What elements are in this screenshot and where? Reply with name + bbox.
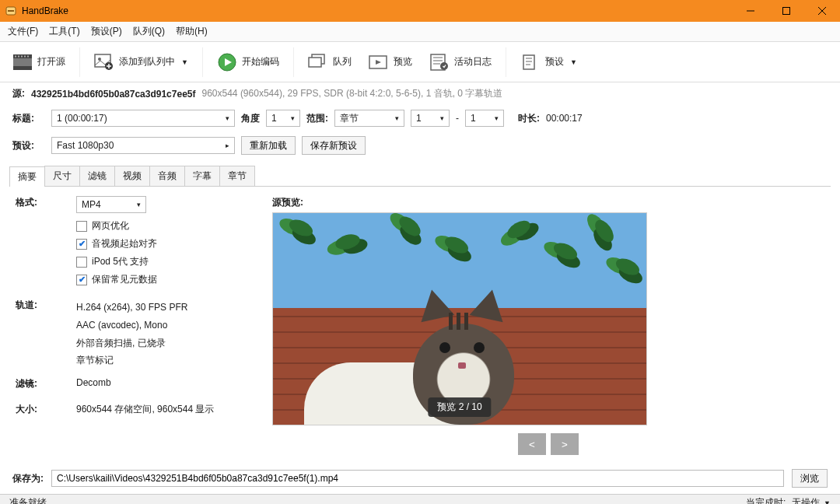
menu-file[interactable]: 文件(F) [8, 25, 38, 38]
source-info: 960x544 (960x544), 29 FPS, SDR (8-bit 4:… [202, 87, 503, 100]
menu-queue[interactable]: 队列(Q) [133, 25, 165, 38]
preview-next-button[interactable]: > [551, 433, 579, 455]
range-from-combo[interactable]: 1▾ [411, 110, 450, 127]
size-value: 960x544 存储空间, 960x544 显示 [76, 403, 214, 416]
svg-rect-8 [13, 66, 32, 70]
window-title: HandBrake [22, 5, 68, 16]
presets-icon [520, 52, 541, 72]
open-source-button[interactable]: 打开源 [8, 49, 70, 75]
close-button[interactable] [804, 0, 840, 22]
source-label: 源: [12, 87, 25, 100]
title-label: 标题: [12, 112, 45, 125]
tab-filters[interactable]: 滤镜 [79, 166, 115, 186]
summary-panel: 格式: MP4▾ 网页优化 ✔音视频起始对齐 iPod 5代 支持 ✔保留常见元… [0, 187, 840, 464]
toolbar-divider [506, 47, 506, 77]
preview-prev-button[interactable]: < [518, 433, 546, 455]
preview-badge: 预览 2 / 10 [428, 397, 491, 417]
start-encode-button[interactable]: 开始编码 [212, 49, 284, 75]
preview-image: 预览 2 / 10 [272, 212, 647, 425]
keep-metadata-check[interactable]: ✔保留常见元数据 [76, 273, 257, 286]
tab-dimensions[interactable]: 尺寸 [44, 166, 80, 186]
preview-button[interactable]: 预览 [364, 49, 417, 75]
film-icon [12, 52, 33, 72]
range-to-combo[interactable]: 1▾ [465, 110, 504, 127]
toolbar: 打开源 添加到队列中 ▼ 开始编码 队列 预览 活动日志 预设 ▼ [0, 42, 840, 82]
save-row: 保存为: 浏览 [0, 464, 840, 494]
svg-point-15 [98, 58, 101, 61]
size-label: 大小: [16, 403, 76, 416]
av-start-sync-check[interactable]: ✔音视频起始对齐 [76, 237, 257, 250]
format-label: 格式: [16, 196, 76, 286]
minimize-button[interactable] [733, 0, 768, 22]
tabs: 摘要 尺寸 滤镜 视频 音频 字幕 章节 [9, 166, 831, 187]
chevron-down-icon: ▼ [181, 58, 188, 66]
queue-label: 队列 [333, 55, 352, 68]
tab-video[interactable]: 视频 [114, 166, 150, 186]
svg-rect-12 [24, 55, 26, 57]
tab-chapters[interactable]: 章节 [219, 166, 255, 186]
menu-bar: 文件(F) 工具(T) 预设(P) 队列(Q) 帮助(H) [0, 22, 840, 42]
svg-marker-24 [376, 60, 381, 65]
title-row: 标题: 1 (00:00:17)▾ 角度 1▾ 范围: 章节▾ 1▾ - 1▾ … [0, 105, 840, 131]
web-optimize-check[interactable]: 网页优化 [76, 219, 257, 233]
app-icon [5, 5, 17, 17]
start-encode-label: 开始编码 [242, 55, 279, 68]
menu-help[interactable]: 帮助(H) [176, 25, 208, 38]
activity-log-label: 活动日志 [454, 55, 492, 68]
angle-combo[interactable]: 1▾ [266, 110, 300, 127]
format-combo[interactable]: MP4▾ [76, 196, 146, 213]
svg-rect-1 [8, 10, 14, 12]
preset-label: 预设: [12, 139, 45, 152]
svg-rect-3 [783, 8, 790, 15]
svg-rect-30 [523, 55, 534, 69]
svg-rect-9 [15, 55, 16, 57]
tab-audio[interactable]: 音频 [149, 166, 185, 186]
menu-tools[interactable]: 工具(T) [49, 25, 79, 38]
add-to-queue-button[interactable]: 添加到队列中 ▼ [89, 49, 193, 75]
svg-point-29 [440, 62, 448, 70]
filters-label: 滤镜: [16, 377, 76, 390]
save-label: 保存为: [12, 472, 44, 485]
browse-button[interactable]: 浏览 [792, 469, 828, 488]
range-dash: - [456, 113, 459, 124]
svg-rect-13 [27, 55, 29, 57]
title-value: 1 (00:00:17) [57, 113, 107, 124]
presets-button[interactable]: 预设 ▼ [516, 49, 582, 75]
add-to-queue-label: 添加到队列中 [119, 55, 175, 68]
save-preset-button[interactable]: 保存新预设 [302, 136, 366, 155]
source-row: 源: 4329251b4bd6f05b0a87ca3d91c7ee5f 960x… [0, 82, 840, 105]
range-label: 范围: [306, 112, 328, 125]
title-combo[interactable]: 1 (00:00:17)▾ [51, 110, 235, 127]
presets-label: 预设 [545, 55, 564, 68]
preset-combo[interactable]: Fast 1080p30▸ [51, 137, 235, 154]
maximize-button[interactable] [768, 0, 804, 22]
queue-icon [308, 52, 328, 72]
save-path-input[interactable] [51, 470, 784, 487]
toolbar-divider [293, 47, 294, 77]
preview-icon [369, 52, 389, 72]
toolbar-divider [202, 47, 203, 77]
play-icon [217, 52, 237, 72]
tab-summary[interactable]: 摘要 [9, 166, 45, 187]
title-bar: HandBrake [0, 0, 840, 22]
open-source-label: 打开源 [37, 55, 65, 68]
image-add-icon [94, 52, 114, 72]
activity-log-button[interactable]: 活动日志 [425, 49, 496, 75]
when-done-action[interactable]: 无操作 ▼ [792, 497, 831, 504]
range-type-combo[interactable]: 章节▾ [334, 110, 404, 127]
chevron-down-icon: ▼ [824, 499, 831, 504]
duration-label: 时长: [518, 112, 540, 125]
tab-subtitles[interactable]: 字幕 [184, 166, 220, 186]
preset-row: 预设: Fast 1080p30▸ 重新加载 保存新预设 [0, 131, 840, 159]
toolbar-divider [79, 47, 80, 77]
when-done-label: 当完成时: [746, 497, 786, 504]
queue-button[interactable]: 队列 [303, 49, 356, 75]
svg-rect-22 [309, 58, 321, 67]
status-ready: 准备就绪 [9, 496, 47, 504]
status-bar: 准备就绪 当完成时: 无操作 ▼ [0, 494, 840, 504]
tracks-list: H.264 (x264), 30 FPS PFR AAC (avcodec), … [76, 299, 187, 369]
reload-button[interactable]: 重新加载 [241, 136, 296, 155]
ipod-5g-check[interactable]: iPod 5代 支持 [76, 255, 257, 268]
source-name: 4329251b4bd6f05b0a87ca3d91c7ee5f [31, 89, 196, 100]
menu-preset[interactable]: 预设(P) [91, 25, 122, 38]
